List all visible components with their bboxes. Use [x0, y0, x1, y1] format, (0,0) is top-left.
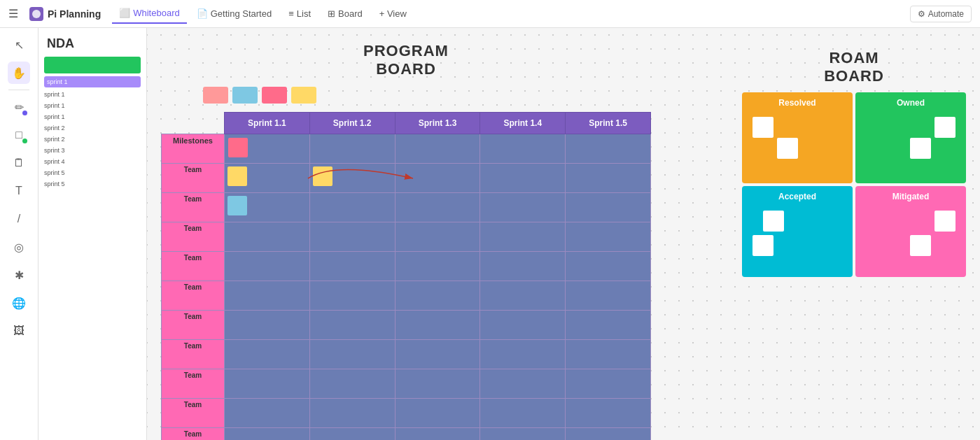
sidebar-divider-1	[8, 90, 29, 90]
row-label-6: Team	[162, 311, 225, 340]
row-label-8: Team	[162, 369, 225, 399]
paint-icon[interactable]: ✏	[8, 96, 30, 118]
grid-cell-4-5	[566, 252, 651, 281]
automate-icon: ⚙	[918, 9, 925, 19]
grid-cell-5-4	[480, 281, 566, 311]
grid-cell-8-5	[566, 369, 651, 399]
table-row-2: Team	[162, 193, 651, 222]
sticky-pink-milestone[interactable]	[228, 138, 248, 157]
left-sidebar: ↖ ✋ ✏ □ 🗒 T / ◎ ✱ 🌐 🖼	[0, 28, 38, 440]
roam-sticky-o1[interactable]	[934, 117, 955, 138]
grid-cell-1-5	[566, 164, 651, 193]
roam-mitigated-label: Mitigated	[861, 192, 960, 201]
globe-icon[interactable]: 🌐	[8, 292, 30, 314]
main-area: ↖ ✋ ✏ □ 🗒 T / ◎ ✱ 🌐 🖼 NDA sprint 1 sprin…	[0, 28, 980, 440]
nav-list[interactable]: ≡ List	[281, 4, 318, 23]
grid-cell-9-2	[309, 399, 395, 428]
roam-cell-resolved: Resolved	[742, 92, 853, 183]
grid-cell-6-3	[395, 311, 480, 340]
nav-whiteboard[interactable]: ⬜ Whiteboard	[112, 3, 186, 24]
grid-cell-3-2	[309, 222, 395, 252]
top-nav: ⬜ Whiteboard 📄 Getting Started ≡ List ⊞ …	[112, 3, 898, 24]
table-row-10: Team	[162, 428, 651, 441]
agenda-green-bar	[44, 57, 141, 73]
chip-1	[203, 87, 228, 104]
agenda-item-1: sprint 1	[38, 89, 146, 100]
svg-point-0	[32, 10, 41, 18]
text-icon[interactable]: T	[8, 180, 30, 202]
canvas-content: PROGRAM BOARD	[161, 42, 966, 440]
app-title: Pi Planning	[48, 8, 101, 20]
grid-cell-2-2	[309, 193, 395, 222]
row-label-4: Team	[162, 252, 225, 281]
grid-cell-10-1	[225, 428, 310, 441]
connections-icon[interactable]: ◎	[8, 236, 30, 258]
grid-cell-10-2	[309, 428, 395, 441]
grid-cell-8-2	[309, 369, 395, 399]
agenda-title: NDA	[38, 28, 146, 57]
grid-cell-7-1	[225, 340, 310, 369]
automate-button[interactable]: ⚙ Automate	[910, 6, 972, 22]
grid-cell-2-5	[566, 193, 651, 222]
roam-sticky-r1[interactable]	[752, 117, 774, 138]
table-row-3: Team	[162, 222, 651, 252]
sticky-blue-1[interactable]	[227, 196, 247, 215]
top-section: PROGRAM BOARD	[161, 42, 966, 440]
grid-cell-10-3	[395, 428, 480, 441]
agenda-item-4: sprint 2	[38, 122, 146, 134]
roam-owned-label: Owned	[861, 98, 960, 108]
app-logo: Pi Planning	[29, 7, 101, 21]
grid-cell-m-1	[225, 134, 310, 164]
sprint-header-5: Sprint 1.5	[566, 113, 651, 134]
star-icon[interactable]: ✱	[8, 264, 30, 286]
agenda-item-7: sprint 4	[38, 156, 146, 167]
roam-sticky-a2[interactable]	[752, 235, 774, 256]
grid-cell-4-2	[309, 252, 395, 281]
nav-board[interactable]: ⊞ Board	[321, 4, 370, 23]
milestone-label: Milestones	[162, 134, 225, 164]
row-label-7: Team	[162, 340, 225, 369]
nav-getting-started[interactable]: 📄 Getting Started	[190, 4, 279, 23]
row-label-5: Team	[162, 281, 225, 311]
grid-cell-1-2	[309, 164, 395, 193]
roam-cell-mitigated: Mitigated	[855, 186, 966, 277]
shape-dot	[22, 139, 27, 143]
table-row-4: Team	[162, 252, 651, 281]
sprint-header-3: Sprint 1.3	[395, 113, 480, 134]
chip-4	[291, 87, 316, 104]
nav-view[interactable]: + View	[372, 4, 414, 23]
grid-cell-5-1	[225, 281, 310, 311]
table-row-9: Team	[162, 399, 651, 428]
board-icon: ⊞	[328, 8, 335, 19]
roam-resolved-label: Resolved	[748, 98, 847, 108]
line-icon[interactable]: /	[8, 208, 30, 230]
cursor-icon[interactable]: ↖	[8, 34, 30, 56]
table-row-5: Team	[162, 281, 651, 311]
sticky-yellow-1[interactable]	[227, 166, 247, 186]
roam-sticky-o2[interactable]	[910, 138, 931, 159]
roam-sticky-m1[interactable]	[934, 211, 955, 232]
roam-board-title: ROAM BOARD	[742, 49, 966, 85]
getting-started-icon: 📄	[197, 8, 208, 19]
menu-icon[interactable]: ☰	[8, 7, 18, 20]
roam-sticky-a1[interactable]	[763, 211, 784, 232]
canvas[interactable]: PROGRAM BOARD	[147, 28, 980, 440]
grid-cell-3-3	[395, 222, 480, 252]
grid-cell-3-4	[480, 222, 566, 252]
move-icon[interactable]: ✋	[8, 62, 30, 84]
image-icon[interactable]: 🖼	[8, 320, 30, 342]
logo-icon	[29, 7, 43, 21]
grid-cell-2-4	[480, 193, 566, 222]
note-icon[interactable]: 🗒	[8, 152, 30, 174]
grid-cell-4-3	[395, 252, 480, 281]
shape-icon[interactable]: □	[8, 124, 30, 146]
roam-sticky-r2[interactable]	[777, 138, 798, 159]
grid-cell-7-5	[566, 340, 651, 369]
grid-cell-9-3	[395, 399, 480, 428]
grid-cell-10-4	[480, 428, 566, 441]
sticky-yellow-2[interactable]	[313, 166, 332, 186]
roam-sticky-m2[interactable]	[910, 235, 931, 256]
grid-cell-m-2	[309, 134, 395, 164]
grid-cell-m-4	[480, 134, 566, 164]
table-row-1: Team	[162, 164, 651, 193]
